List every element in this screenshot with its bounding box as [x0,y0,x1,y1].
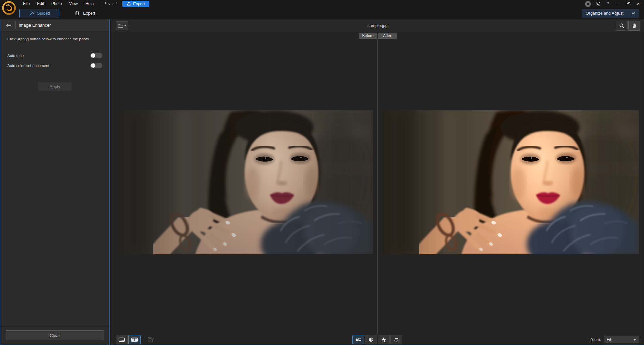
single-view-button[interactable] [116,335,128,344]
toggle-knob [91,63,95,68]
side-by-side-compare-button[interactable] [352,335,364,344]
toolbar-separator [100,2,100,6]
auto-color-row: Auto color enhancement [7,61,102,71]
compare-canvas [111,39,644,334]
after-label: After [378,33,397,39]
folder-icon [118,23,123,28]
menu-file[interactable]: File [19,0,33,8]
mode-tab-bar: Guided Expert Organize and Adjust [0,8,644,19]
zoom-label: Zoom: [590,337,601,342]
auto-tone-toggle[interactable] [90,53,102,58]
zoom-value: Fit [607,337,633,342]
panel-header: Image Enhancer [0,19,109,31]
menu-view[interactable]: View [65,0,82,8]
back-arrow-icon [6,23,12,28]
top-bottom-icon [380,337,387,342]
before-pane [111,39,378,334]
export-label: Export [133,2,145,6]
menu-help[interactable]: Help [82,0,97,8]
close-button[interactable]: × [634,0,643,8]
zoom-control-group: Zoom: Fit [590,336,639,343]
compare-labels-row: Before After [111,32,644,39]
apply-to-all-icon [148,337,154,342]
tab-guided[interactable]: Guided [19,9,59,18]
single-view-icon [118,337,125,342]
auto-color-toggle[interactable] [90,63,102,68]
menu-edit[interactable]: Edit [33,0,48,8]
redo-icon [112,1,118,6]
zoom-dropdown-caret [633,339,636,341]
viewer-area: sample.jpg Before After [111,19,644,345]
folder-dropdown-caret [124,25,126,26]
back-button[interactable] [3,21,14,30]
horizontal-split-icon [393,337,400,342]
image-enhancer-panel: Image Enhancer Click [Apply] button belo… [0,19,110,345]
viewer-header: sample.jpg [111,19,644,32]
layers-icon [75,11,80,16]
mode-switcher-label: Organize and Adjust [586,11,628,16]
settings-button[interactable] [594,0,602,8]
app-logo [2,1,16,15]
zoom-tool-button[interactable] [616,21,628,31]
auto-color-label: Auto color enhancement [7,64,49,68]
after-pane [378,39,644,334]
export-button[interactable]: Export [122,1,149,7]
apply-button[interactable]: Apply [38,82,72,91]
tab-guided-label: Guided [37,11,50,16]
workspace: Image Enhancer Click [Apply] button belo… [0,19,644,345]
panel-spacer [0,91,109,326]
undo-icon [104,1,110,6]
horizontal-split-compare-button[interactable] [390,335,402,344]
apply-to-all-button[interactable] [148,337,154,342]
minimize-button[interactable] [614,0,623,8]
help-icon: ? [607,2,609,6]
bell-icon [586,2,590,6]
menu-photo[interactable]: Photo [48,0,65,8]
panel-title: Image Enhancer [19,23,51,28]
filename-label: sample.jpg [111,23,644,28]
pan-tool-button[interactable] [628,21,640,31]
chevron-down-icon [631,12,635,15]
viewer-footer: Zoom: Fit [111,334,644,345]
panel-hint-text: Click [Apply] button below to enhance th… [7,37,102,42]
tab-expert[interactable]: Expert [67,9,103,18]
export-icon [127,2,131,6]
footer-separator [144,336,144,343]
magic-wand-icon [29,11,34,16]
gear-icon [596,1,601,6]
before-photo[interactable] [116,110,373,254]
auto-tone-label: Auto tone [7,54,24,58]
open-folder-button[interactable] [116,21,128,30]
undo-button[interactable] [103,1,111,7]
magnifier-icon [619,23,625,29]
toggle-knob [91,53,95,58]
compare-mode-group [352,335,403,344]
auto-tone-row: Auto tone [7,51,102,61]
close-icon: × [637,1,640,7]
split-view-button[interactable] [128,335,141,344]
help-button[interactable]: ? [604,0,612,8]
tab-expert-label: Expert [83,11,95,16]
split-circle-icon [368,337,374,342]
title-bar: File Edit Photo View Help Export ? × [0,0,644,8]
redo-button[interactable] [111,1,119,7]
restore-icon [627,2,630,5]
split-view-icon [131,337,138,342]
side-by-side-icon [355,337,362,342]
hand-icon [632,23,637,28]
header-separator [15,22,16,29]
zoom-level-dropdown[interactable]: Fit [604,336,639,343]
split-compare-button[interactable] [365,335,377,344]
panel-footer: Clear [0,326,109,345]
clear-button[interactable]: Clear [6,330,104,340]
minimize-icon [616,5,620,5]
mode-switcher-dropdown[interactable]: Organize and Adjust [582,9,639,18]
restore-button[interactable] [624,0,633,8]
top-bottom-compare-button[interactable] [378,335,390,344]
before-label: Before [359,33,377,39]
after-photo[interactable] [382,110,639,254]
notifications-button[interactable] [584,0,592,8]
